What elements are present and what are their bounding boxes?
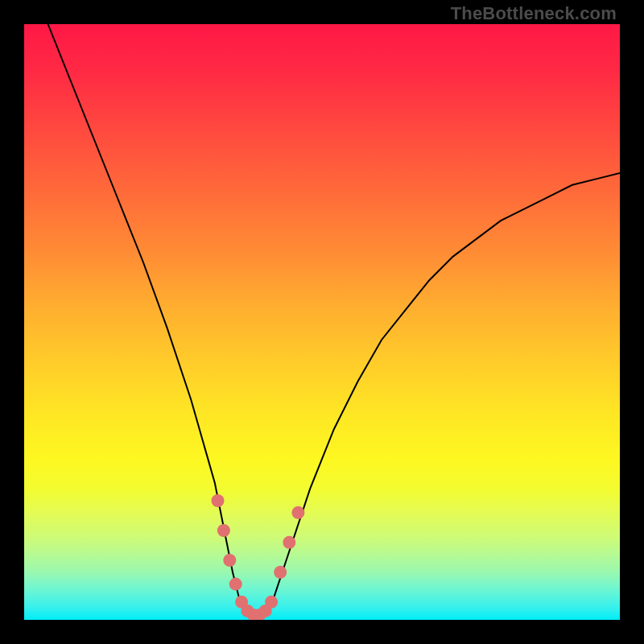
chart-svg — [24, 24, 620, 620]
highlight-marker — [274, 566, 287, 579]
chart-frame: TheBottleneck.com — [0, 0, 644, 644]
highlight-marker — [265, 596, 278, 609]
bottleneck-curve — [48, 24, 620, 617]
highlight-marker — [217, 524, 230, 537]
highlight-marker — [291, 506, 304, 519]
highlight-marker — [229, 578, 242, 591]
highlight-marker — [212, 494, 225, 507]
watermark-text: TheBottleneck.com — [451, 3, 617, 24]
highlight-marker — [283, 536, 295, 549]
highlight-marker — [223, 554, 236, 567]
plot-area — [24, 24, 620, 620]
highlighted-marker-group — [212, 494, 305, 620]
